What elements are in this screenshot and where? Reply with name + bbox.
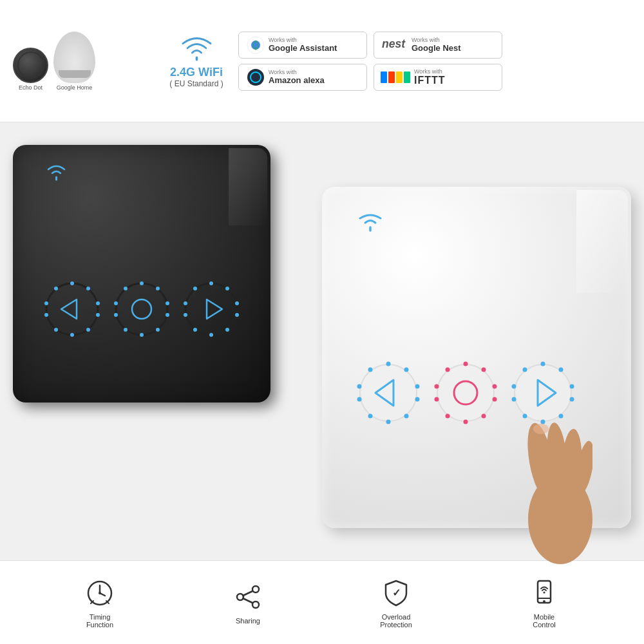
white-btn-left[interactable]: [356, 361, 421, 425]
google-assistant-text: Works with Google Assistant: [269, 37, 337, 53]
google-home-base: [59, 70, 91, 78]
svg-point-43: [415, 397, 420, 402]
svg-point-15: [116, 283, 167, 335]
echo-dot-ring: [17, 52, 44, 79]
alexa-text: Works with Amazon alexa: [269, 69, 325, 85]
top-section: Echo Dot Google Home 2.4G WiFi ( EU Stan…: [0, 0, 644, 122]
svg-point-23: [114, 313, 118, 317]
svg-point-60: [435, 384, 439, 389]
svg-point-25: [124, 287, 128, 290]
svg-point-21: [140, 333, 144, 337]
svg-point-27: [185, 283, 237, 335]
svg-point-53: [482, 368, 486, 372]
svg-point-63: [515, 365, 571, 421]
black-switch-wifi: [45, 164, 68, 185]
svg-point-39: [360, 365, 417, 421]
black-btn-right[interactable]: [182, 280, 240, 338]
svg-point-46: [368, 414, 373, 419]
timing-label: TimingFunction: [86, 613, 113, 629]
compatibility-section: Works with Google Assistant nest Works w…: [238, 32, 631, 91]
features-row: TimingFunction Sharing ✓ OverloadProtect…: [0, 560, 644, 644]
svg-point-40: [386, 362, 391, 366]
svg-point-47: [357, 397, 362, 402]
svg-point-4: [70, 281, 74, 285]
svg-point-19: [166, 313, 169, 317]
svg-point-48: [357, 384, 362, 389]
svg-point-24: [114, 301, 118, 305]
svg-point-16: [140, 281, 144, 285]
svg-point-65: [559, 368, 564, 372]
svg-point-44: [404, 414, 409, 419]
nest-works-label: Works with: [412, 37, 461, 43]
svg-point-56: [482, 414, 486, 419]
svg-point-28: [209, 281, 213, 285]
white-switch[interactable]: [322, 187, 631, 528]
svg-text:nest: nest: [382, 37, 406, 50]
svg-point-12: [44, 301, 48, 305]
sharing-label: Sharing: [236, 617, 260, 625]
svg-point-79: [528, 474, 592, 564]
black-btn-mid[interactable]: [113, 280, 171, 338]
svg-point-88: [252, 601, 259, 608]
ifttt-works-label: Works with: [414, 68, 446, 75]
mobile-label: MobileControl: [533, 613, 555, 629]
svg-point-33: [209, 333, 213, 337]
svg-marker-14: [61, 299, 77, 319]
svg-point-31: [235, 313, 239, 317]
shield-icon: ✓: [380, 577, 412, 609]
svg-point-32: [225, 328, 229, 332]
ifttt-name: IFTTT: [414, 75, 446, 86]
black-btn-left[interactable]: [43, 280, 101, 338]
svg-point-68: [559, 414, 564, 419]
google-home-label: Google Home: [57, 84, 93, 91]
ifttt-logo: [381, 71, 410, 83]
svg-point-61: [446, 368, 450, 372]
svg-point-29: [225, 287, 229, 290]
svg-point-52: [464, 362, 468, 366]
nest-icon: nest: [382, 36, 408, 54]
svg-point-37: [193, 287, 197, 290]
svg-point-49: [368, 368, 373, 372]
svg-point-96: [544, 591, 545, 593]
svg-point-10: [54, 328, 58, 332]
svg-point-9: [70, 333, 74, 337]
svg-point-35: [184, 313, 187, 317]
black-switch[interactable]: [13, 145, 270, 402]
svg-point-72: [512, 384, 516, 389]
svg-point-30: [235, 301, 239, 305]
echo-dot-container: Echo Dot: [13, 48, 48, 91]
compat-row-2: Works with Amazon alexa Works with IFTTT: [238, 64, 631, 91]
feature-sharing: Sharing: [232, 581, 264, 625]
ifttt-text: Works with IFTTT: [414, 68, 446, 86]
svg-point-87: [252, 586, 259, 592]
ga-name: Google Assistant: [269, 43, 337, 53]
svg-text:✓: ✓: [392, 587, 401, 598]
white-buttons-row: [356, 361, 575, 425]
svg-point-34: [193, 328, 197, 332]
svg-point-80: [533, 424, 549, 434]
svg-point-51: [437, 365, 494, 421]
svg-point-45: [386, 420, 391, 424]
clock-icon: [84, 577, 116, 609]
mobile-icon: [528, 577, 560, 609]
finger-hand: [509, 422, 592, 567]
wifi-text: 2.4G WiFi: [170, 66, 223, 79]
alexa-name: Amazon alexa: [269, 75, 325, 85]
echo-dot: [13, 48, 48, 83]
white-btn-right[interactable]: [511, 361, 575, 425]
feature-mobile: MobileControl: [528, 577, 560, 629]
google-home-device: [53, 32, 95, 83]
google-nest-badge: nest Works with Google Nest: [374, 32, 502, 59]
black-buttons-row: [43, 280, 240, 338]
svg-point-70: [523, 414, 527, 419]
white-btn-mid[interactable]: [433, 361, 498, 425]
svg-point-7: [96, 313, 100, 317]
svg-line-90: [243, 591, 252, 596]
svg-point-71: [512, 397, 516, 402]
svg-point-95: [543, 600, 545, 603]
google-assistant-badge: Works with Google Assistant: [238, 32, 367, 59]
svg-point-18: [166, 301, 169, 305]
overload-label: OverloadProtection: [380, 613, 412, 629]
svg-point-64: [541, 362, 545, 366]
svg-point-42: [415, 384, 420, 389]
